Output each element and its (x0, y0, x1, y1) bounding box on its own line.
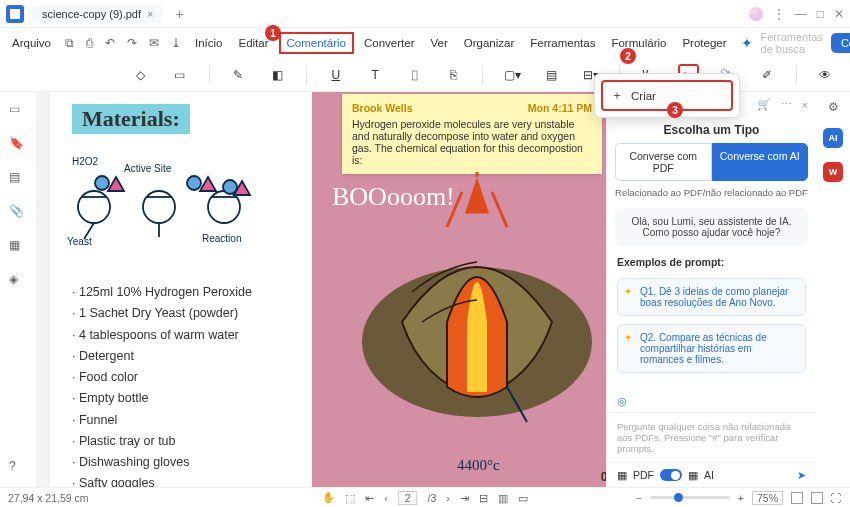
reading-mode-icon[interactable]: ▥ (498, 492, 508, 504)
area-highlight-icon[interactable]: ▭ (169, 64, 190, 86)
list-item: Safty goggles (72, 473, 252, 487)
layers-icon[interactable]: ◈ (9, 272, 27, 290)
tutorial-callout-2: 2 (620, 48, 636, 64)
book-mode-icon[interactable]: ▭ (518, 492, 528, 504)
prompt-example-2[interactable]: Q2. Compare as técnicas de compartilhar … (617, 324, 806, 373)
pdf-mode-label: PDF (633, 469, 654, 481)
svg-point-3 (95, 176, 109, 190)
menu-inicio[interactable]: Início (189, 34, 229, 52)
list-item: Detergent (72, 346, 252, 367)
document-viewport[interactable]: Materials: H2O2 Active Site Yeast Reacti… (36, 92, 606, 487)
zoom-out-icon[interactable]: − (636, 492, 642, 504)
cart-icon[interactable]: 🛒 (757, 98, 771, 111)
menu-converter[interactable]: Converter (358, 34, 421, 52)
ai-sparkle-icon[interactable]: ✦ (737, 35, 757, 51)
tutorial-callout-3: 3 (667, 102, 683, 118)
account-avatar-icon[interactable] (749, 7, 763, 21)
far-right-rail: ⚙ AI W (816, 92, 850, 487)
eraser-icon[interactable]: ◧ (267, 64, 288, 86)
svg-text:Active Site: Active Site (124, 163, 172, 174)
ai-input-hint[interactable]: Pergunte qualquer coisa não relacionada … (607, 412, 816, 462)
shape-icon[interactable]: ▢▾ (501, 64, 522, 86)
print-icon[interactable]: ⎙ (82, 35, 97, 51)
materials-heading: Materials: (72, 104, 190, 134)
ai-badge-icon[interactable]: AI (823, 128, 843, 148)
last-page-icon[interactable]: ⇥ (460, 492, 469, 504)
redo-icon[interactable]: ↷ (123, 34, 141, 52)
menu-bar: Arquivo ⧉ ⎙ ↶ ↷ ✉ ⤓ Início Editar Coment… (0, 28, 850, 58)
send-icon[interactable]: ➤ (797, 469, 806, 481)
fit-width-icon[interactable] (791, 492, 803, 504)
menu-arquivo[interactable]: Arquivo (6, 34, 57, 52)
help-icon[interactable]: ? (9, 459, 27, 477)
svg-point-1 (143, 191, 175, 223)
underline-icon[interactable]: U (325, 64, 346, 86)
word-badge-icon[interactable]: W (823, 162, 843, 182)
highlighter-icon[interactable]: ◇ (130, 64, 151, 86)
prompt-example-1[interactable]: Q1. Dê 3 ideias de como planejar boas re… (617, 278, 806, 316)
separator (796, 66, 797, 84)
fit-page-icon[interactable] (811, 492, 823, 504)
svg-text:Reaction: Reaction (202, 233, 241, 244)
zoom-value[interactable]: 75% (752, 491, 783, 505)
new-tab-button[interactable]: + (169, 6, 189, 22)
tutorial-callout-1: 1 (265, 25, 281, 41)
more-icon[interactable]: ⋯ (781, 98, 792, 111)
thumbnails-icon[interactable]: ▭ (9, 102, 27, 120)
share-button[interactable]: Compartilhe (831, 33, 850, 53)
hand-tool-icon[interactable]: ✋ (322, 491, 335, 504)
list-item: 125ml 10% Hydrogen Peroxide (72, 282, 252, 303)
menu-proteger[interactable]: Proteger (676, 34, 732, 52)
list-item: Plastic tray or tub (72, 431, 252, 452)
text-tool-icon[interactable]: T (365, 64, 386, 86)
comments-list-icon[interactable]: ▤ (9, 170, 27, 188)
edit-comment-icon[interactable]: ✐ (756, 64, 777, 86)
save-icon[interactable]: ⤓ (167, 34, 185, 52)
plus-icon: ＋ (611, 88, 623, 103)
hide-comments-icon[interactable]: 👁 (815, 64, 836, 86)
first-page-icon[interactable]: ⇤ (365, 492, 374, 504)
window-maximize-icon[interactable]: □ (817, 7, 824, 21)
mode-toggle[interactable] (660, 469, 682, 481)
note-icon[interactable]: ▤ (541, 64, 562, 86)
menu-ver[interactable]: Ver (425, 34, 454, 52)
compass-icon[interactable]: ◎ (617, 395, 627, 407)
open-icon[interactable]: ⧉ (61, 35, 78, 52)
tab-chat-ai[interactable]: Converse com AI (712, 143, 809, 181)
select-tool-icon[interactable]: ⬚ (345, 492, 355, 504)
undo-icon[interactable]: ↶ (101, 34, 119, 52)
prev-page-icon[interactable]: ‹ (384, 492, 388, 504)
zoom-slider[interactable] (650, 496, 730, 499)
pencil-icon[interactable]: ✎ (228, 64, 249, 86)
menu-comentario[interactable]: Comentário (279, 32, 354, 54)
text-box-icon[interactable]: ⌷ (404, 64, 425, 86)
fields-icon[interactable]: ▦ (9, 238, 27, 256)
menu-organizar[interactable]: Organizar (458, 34, 521, 52)
sticky-note[interactable]: Brook Wells Mon 4:11 PM Hydrogen peroxid… (342, 94, 602, 174)
bookmarks-icon[interactable]: 🔖 (9, 136, 27, 154)
settings-icon[interactable]: ⚙ (828, 100, 839, 114)
tab-chat-pdf[interactable]: Converse com PDF (615, 143, 712, 181)
attachments-icon[interactable]: 📎 (9, 204, 27, 222)
tab-close-icon[interactable]: × (147, 8, 153, 20)
menu-ferramentas[interactable]: Ferramentas (524, 34, 601, 52)
window-close-icon[interactable]: ✕ (834, 7, 844, 21)
list-item: Dishwashing gloves (72, 452, 252, 473)
ai-mode-label: AI (704, 469, 714, 481)
menu-formulario[interactable]: Formulário (605, 34, 672, 52)
zoom-in-icon[interactable]: + (738, 492, 744, 504)
close-panel-icon[interactable]: × (802, 99, 808, 111)
scroll-mode-icon[interactable]: ⊟ (479, 492, 488, 504)
next-page-icon[interactable]: › (446, 492, 450, 504)
fullscreen-icon[interactable]: ⛶ (831, 492, 842, 504)
document-tab[interactable]: science-copy (9).pdf × (32, 5, 163, 23)
page-input[interactable]: 2 (398, 491, 418, 505)
kebab-menu-icon[interactable]: ⋮ (773, 7, 785, 21)
mail-icon[interactable]: ✉ (145, 34, 163, 52)
tab-filename: science-copy (9).pdf (42, 8, 141, 20)
svg-point-5 (187, 176, 201, 190)
window-minimize-icon[interactable]: — (795, 7, 807, 21)
tool-search-input[interactable]: Ferramentas de busca (761, 31, 823, 55)
callout-icon[interactable]: ⎘ (443, 64, 464, 86)
list-item: 1 Sachet Dry Yeast (powder) (72, 303, 252, 324)
